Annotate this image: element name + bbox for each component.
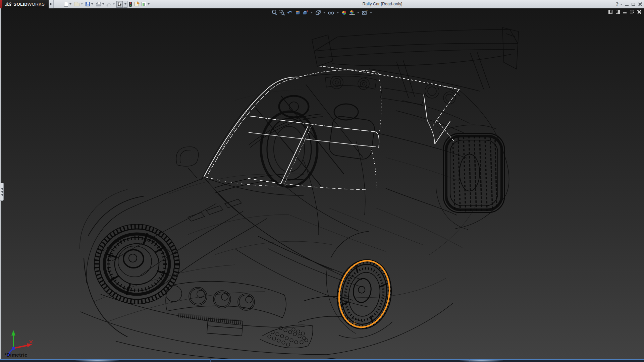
chevron-down-icon[interactable] — [102, 3, 104, 5]
brand-works: WORKS — [28, 2, 45, 7]
menu-expand-button[interactable] — [49, 0, 54, 8]
chevron-down-icon[interactable] — [69, 3, 71, 5]
file-properties-icon — [135, 2, 139, 6]
view-orientation-button[interactable] — [302, 9, 309, 16]
feature-pane-toggle-icon[interactable] — [608, 10, 612, 14]
hide-show-items-icon — [328, 10, 334, 16]
restore-icon[interactable] — [632, 3, 635, 6]
select-tool-flyout[interactable] — [123, 1, 127, 8]
wireframe-car-canvas — [0, 8, 644, 360]
standard-toolbar — [63, 1, 151, 8]
document-title: Rally Car [Read-only] — [339, 0, 426, 8]
taskbar-divider — [407, 359, 407, 362]
apply-scene-icon — [349, 10, 355, 16]
view-settings-icon — [362, 10, 368, 16]
chevron-down-icon[interactable] — [620, 4, 622, 5]
minimize-icon[interactable] — [625, 5, 629, 6]
chevron-left-icon — [1, 188, 3, 190]
view-orientation-label: *Dimetric — [4, 352, 28, 358]
section-view-icon — [294, 10, 301, 16]
chevron-down-icon[interactable] — [113, 3, 115, 5]
chevron-down-icon[interactable] — [148, 3, 150, 5]
taskbar-glow — [460, 359, 503, 362]
rebuild-traffic-light-icon — [129, 2, 132, 7]
heads-up-view-toolbar — [271, 9, 373, 16]
chevron-down-icon[interactable] — [337, 12, 339, 13]
edit-appearance-button[interactable] — [341, 9, 347, 16]
options-icon — [142, 2, 146, 6]
screen-edge-strip — [0, 0, 2, 8]
chevron-down-icon[interactable] — [357, 12, 359, 13]
zoom-to-area-icon — [279, 10, 285, 16]
display-pane-toggle-icon[interactable] — [616, 10, 620, 14]
chevron-down-icon[interactable] — [370, 12, 372, 13]
solidworks-logo[interactable]: 3S SOLID WORKS — [2, 0, 49, 8]
undo-icon — [107, 3, 111, 6]
feature-tree-flyout-handle[interactable] — [0, 183, 4, 201]
brand-solid: SOLID — [13, 2, 28, 7]
app-window-controls: ? — [616, 0, 642, 8]
open-icon — [74, 3, 79, 6]
view-orientation-icon — [302, 10, 308, 16]
save-button[interactable] — [85, 1, 94, 8]
solidworks-window: 3S SOLID WORKS Rally Car [Read-only] ? — [0, 0, 644, 362]
save-icon — [86, 2, 90, 6]
title-bar: 3S SOLID WORKS Rally Car [Read-only] ? — [0, 0, 644, 8]
section-view-button[interactable] — [294, 9, 301, 16]
undo-button[interactable] — [106, 1, 116, 8]
previous-view-icon — [287, 10, 293, 16]
zoom-to-area-button[interactable] — [279, 9, 285, 16]
chevron-left-icon — [1, 194, 3, 196]
chevron-down-icon[interactable] — [323, 12, 325, 13]
help-icon[interactable]: ? — [616, 2, 619, 7]
new-icon — [64, 2, 68, 7]
minimize-icon[interactable] — [623, 12, 627, 13]
chevron-down-icon[interactable] — [311, 12, 313, 13]
select-tool-button[interactable] — [116, 1, 123, 8]
file-properties-button[interactable] — [133, 1, 140, 8]
print-icon — [96, 3, 101, 6]
chevron-down-icon[interactable] — [91, 3, 93, 5]
chevron-down-icon[interactable] — [81, 3, 83, 5]
zoom-to-fit-button[interactable] — [271, 9, 278, 16]
select-cursor-icon — [118, 2, 121, 7]
view-settings-button[interactable] — [361, 9, 368, 16]
x-axis — [13, 345, 28, 348]
document-window-controls — [608, 10, 641, 14]
taskbar-edge[interactable] — [0, 359, 644, 362]
display-style-button[interactable] — [315, 9, 321, 16]
close-icon[interactable] — [637, 10, 641, 14]
rebuild-button[interactable] — [128, 1, 133, 8]
display-style-icon — [315, 10, 321, 16]
hide-show-items-button[interactable] — [327, 9, 335, 16]
apply-scene-button[interactable] — [348, 9, 355, 16]
chevron-left-icon — [1, 191, 3, 193]
new-button[interactable] — [63, 1, 72, 8]
close-icon[interactable] — [638, 2, 642, 6]
edit-appearance-icon — [341, 10, 347, 16]
chevron-down-icon — [124, 3, 126, 5]
3ds-logo-icon: 3S — [5, 1, 12, 7]
taskbar-divider — [635, 359, 635, 362]
zoom-to-fit-icon — [271, 10, 277, 16]
restore-icon[interactable] — [630, 10, 634, 13]
taskbar-glow — [75, 359, 119, 362]
print-button[interactable] — [95, 1, 105, 8]
previous-view-button[interactable] — [286, 9, 293, 16]
graphics-viewport[interactable]: *Dimetric — [0, 8, 644, 360]
taskbar-divider — [210, 359, 211, 362]
options-button[interactable] — [141, 1, 151, 8]
chevron-right-icon — [50, 3, 52, 5]
open-button[interactable] — [73, 1, 84, 8]
